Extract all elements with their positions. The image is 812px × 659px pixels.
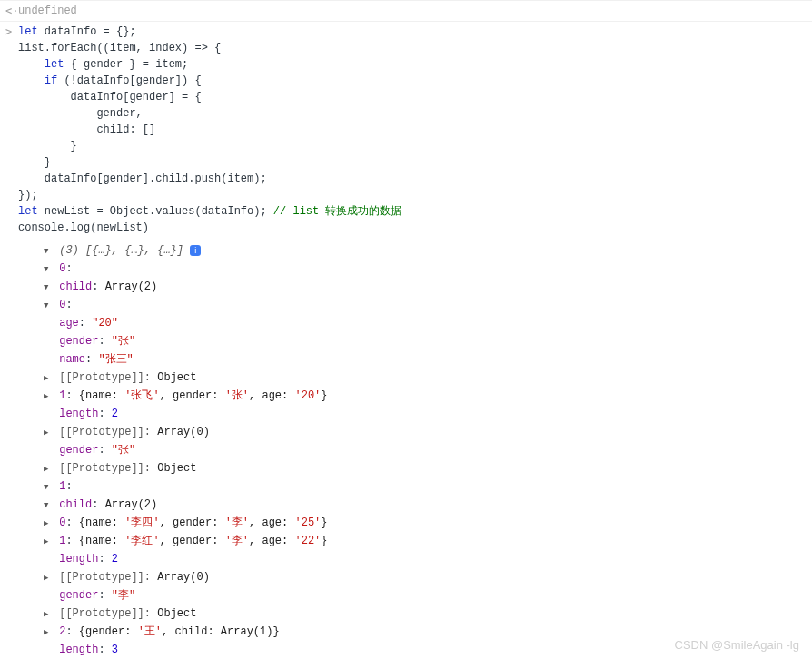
tree-root[interactable]: (3) [{…}, {…}, {…}] i (44, 241, 812, 260)
tree-item-1-1[interactable]: 1: {name: '李红', gender: '李', age: '22'} (44, 532, 812, 550)
value: "张三" (98, 353, 133, 366)
value: Array(0) (157, 426, 210, 438)
tree-item-0[interactable]: 0: (44, 260, 812, 278)
key: [[Prototype]] (59, 371, 144, 384)
tree-prototype[interactable]: [[Prototype]]: Array(0) (44, 568, 812, 586)
expand-icon[interactable] (44, 536, 53, 549)
value: 2 (112, 553, 118, 566)
key: [[Prototype]] (59, 571, 144, 584)
value: 2 (112, 408, 118, 420)
expand-icon[interactable] (44, 464, 53, 477)
key: gender (59, 335, 98, 348)
expand-icon[interactable] (44, 500, 53, 513)
value-inline: {name: '李四', gender: '李', age: '25'} (79, 516, 328, 529)
console-input-row[interactable]: > let dataInfo = {}; list.forEach((item,… (0, 21, 812, 238)
expand-icon[interactable] (44, 428, 53, 440)
value: Object (157, 607, 196, 620)
console-output-row: <· undefined (0, 0, 812, 21)
tree-prop-length[interactable]: length: 2 (44, 405, 812, 423)
output-marker: <· (5, 3, 18, 19)
array-summary: (3) [{…}, {…}, {…}] (59, 244, 183, 257)
tree-item-1[interactable]: 1: (44, 477, 812, 496)
value-inline: {gender: '王', child: Array(1)} (79, 625, 280, 638)
tree-item-child[interactable]: child: Array(2) (44, 496, 812, 514)
tree-item-0-0[interactable]: 0: (44, 296, 812, 314)
expand-icon[interactable] (44, 300, 53, 313)
tree-prop-age[interactable]: age: "20" (44, 314, 812, 332)
value: "张" (112, 444, 135, 457)
key: child (59, 498, 92, 511)
key: [[Prototype]] (59, 426, 144, 438)
value: Object (157, 371, 196, 384)
tree-item-child[interactable]: child: Array(2) (44, 278, 812, 296)
value: "20" (92, 317, 118, 330)
value: Array(2) (105, 280, 158, 293)
tree-prop-name[interactable]: name: "张三" (44, 350, 812, 369)
tree-item-0-1[interactable]: 1: {name: '张飞', gender: '张', age: '20'} (44, 387, 812, 405)
expand-icon[interactable] (44, 282, 53, 295)
tree-prototype[interactable]: [[Prototype]]: Object (44, 369, 812, 387)
tree-prop-gender-outer[interactable]: gender: "李" (44, 586, 812, 605)
key: length (59, 644, 98, 656)
object-tree[interactable]: (3) [{…}, {…}, {…}] i 0: child: Array(2)… (18, 238, 812, 659)
tree-prototype[interactable]: [[Prototype]]: Array(0) (44, 423, 812, 441)
value: "李" (112, 589, 135, 602)
key: age (59, 317, 79, 330)
value: 3 (112, 644, 118, 656)
expand-icon[interactable] (44, 373, 53, 386)
key: [[Prototype]] (59, 607, 144, 620)
key: length (59, 408, 98, 420)
key: gender (59, 589, 98, 602)
input-prompt-icon: > (5, 24, 12, 40)
tree-prototype[interactable]: [[Prototype]]: Object (44, 459, 812, 477)
tree-prototype[interactable]: [[Prototype]]: Object (44, 605, 812, 623)
tree-item-1-0[interactable]: 0: {name: '李四', gender: '李', age: '25'} (44, 514, 812, 532)
key: [[Prototype]] (59, 462, 144, 475)
key: gender (59, 444, 98, 457)
value: Array(0) (157, 571, 210, 584)
value: "张" (112, 335, 135, 348)
expand-icon[interactable] (44, 482, 53, 495)
value: Array(2) (105, 498, 158, 511)
key: child (59, 280, 92, 293)
undefined-return: undefined (18, 5, 77, 17)
tree-prop-gender-outer[interactable]: gender: "张" (44, 441, 812, 459)
tree-prop-length[interactable]: length: 3 (44, 641, 812, 659)
expand-icon[interactable] (44, 609, 53, 622)
expand-icon[interactable] (44, 518, 53, 531)
expand-icon[interactable] (44, 391, 53, 404)
key: name (59, 353, 85, 366)
code-block[interactable]: let dataInfo = {}; list.forEach((item, i… (18, 24, 812, 236)
expand-icon[interactable] (44, 264, 53, 277)
expand-icon[interactable] (44, 246, 53, 259)
tree-prop-gender[interactable]: gender: "张" (44, 332, 812, 350)
info-icon[interactable]: i (190, 245, 201, 256)
key: length (59, 553, 98, 566)
expand-icon[interactable] (44, 573, 53, 585)
value-inline: {name: '张飞', gender: '张', age: '20'} (79, 389, 328, 402)
console-log-output: (3) [{…}, {…}, {…}] i 0: child: Array(2)… (0, 238, 812, 659)
expand-icon[interactable] (44, 627, 53, 640)
tree-item-2[interactable]: 2: {gender: '王', child: Array(1)} (44, 623, 812, 641)
value-inline: {name: '李红', gender: '李', age: '22'} (79, 535, 328, 547)
tree-prop-length[interactable]: length: 2 (44, 550, 812, 568)
value: Object (157, 462, 196, 475)
